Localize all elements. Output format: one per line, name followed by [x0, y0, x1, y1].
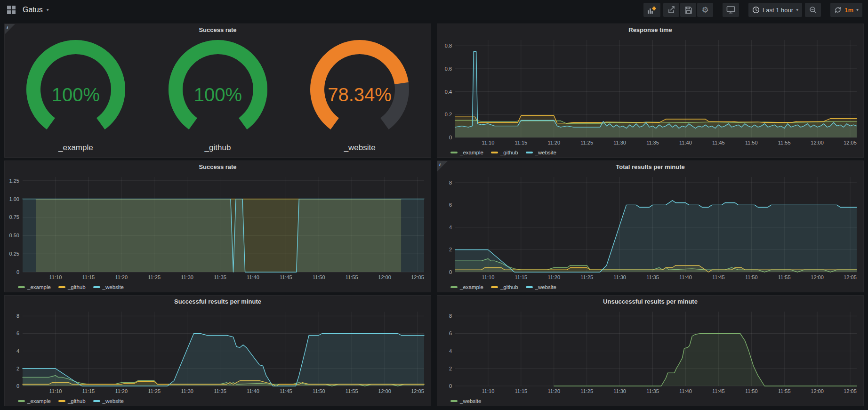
graph-legend: _example_github_website — [5, 282, 431, 292]
gauge-_github: 100%_github — [147, 36, 289, 156]
panel-title[interactable]: Success rate — [5, 24, 431, 35]
legend-series-color — [93, 286, 100, 288]
graph-plot-area[interactable]: 0246811:1011:1511:2011:2511:3011:3511:40… — [437, 172, 863, 282]
svg-text:11:40: 11:40 — [247, 388, 259, 394]
legend-series-color — [450, 286, 458, 288]
svg-text:0.50: 0.50 — [9, 233, 19, 238]
gauge-_website: 78.34%_website — [289, 36, 431, 156]
graph-legend: _example_github_website — [437, 148, 863, 157]
legend-item-_example[interactable]: _example — [18, 284, 51, 290]
panel-info-corner[interactable]: i — [437, 161, 448, 171]
panel-total-results: Total results per minute 0246811:1011:15… — [437, 161, 864, 292]
svg-text:6: 6 — [449, 202, 452, 208]
legend-item-_github[interactable]: _github — [58, 284, 86, 290]
legend-item-_website[interactable]: _website — [450, 398, 481, 404]
legend-series-color — [450, 152, 458, 153]
time-range-label: Last 1 hour — [763, 7, 793, 14]
legend-item-_website[interactable]: _website — [526, 150, 556, 155]
legend-item-_website[interactable]: _website — [526, 284, 556, 290]
gear-icon: ⚙ — [701, 6, 708, 14]
legend-item-_github[interactable]: _github — [491, 284, 518, 290]
panel-title[interactable]: Successful results per minute — [5, 296, 431, 307]
gauge-arc: 100% — [147, 36, 289, 142]
graph-plot-area[interactable]: 0246811:1011:1511:2011:2511:3011:3511:40… — [5, 307, 431, 396]
legend-item-_website[interactable]: _website — [93, 398, 124, 404]
graph-legend: _example_github_website — [5, 396, 431, 406]
clock-icon — [752, 6, 760, 14]
legend-item-_website[interactable]: _website — [93, 284, 124, 290]
legend-series-name: _example — [27, 398, 51, 404]
svg-text:0.25: 0.25 — [9, 251, 19, 257]
svg-text:0.4: 0.4 — [445, 89, 452, 95]
svg-text:11:55: 11:55 — [778, 388, 791, 394]
save-button[interactable] — [680, 3, 696, 17]
svg-text:0: 0 — [449, 383, 452, 389]
svg-text:0.2: 0.2 — [445, 112, 452, 117]
svg-text:11:10: 11:10 — [482, 274, 495, 280]
panel-title[interactable]: Unsuccessful results per minute — [437, 296, 863, 307]
panel-info-corner[interactable]: i — [5, 24, 15, 34]
settings-button[interactable]: ⚙ — [697, 3, 713, 17]
svg-text:8: 8 — [449, 313, 452, 319]
svg-text:12:00: 12:00 — [378, 274, 391, 280]
svg-text:11:20: 11:20 — [547, 274, 560, 280]
chevron-down-icon: ▾ — [47, 8, 49, 12]
legend-series-color — [526, 286, 533, 288]
svg-text:11:10: 11:10 — [482, 388, 495, 394]
graph-plot-area[interactable]: 00.250.500.751.001.2511:1011:1511:2011:2… — [5, 172, 431, 282]
legend-series-color — [491, 286, 498, 288]
svg-text:8: 8 — [449, 180, 452, 185]
legend-series-name: _website — [103, 284, 124, 290]
gauges-body: 100%_example100%_github78.34%_website — [5, 35, 431, 157]
svg-text:12:00: 12:00 — [811, 388, 824, 394]
legend-item-_example[interactable]: _example — [450, 150, 483, 155]
legend-series-name: _github — [68, 284, 86, 290]
panel-title[interactable]: Response time — [437, 24, 863, 35]
panel-title[interactable]: Total results per minute — [437, 161, 863, 172]
svg-text:11:30: 11:30 — [613, 140, 626, 145]
legend-item-_example[interactable]: _example — [450, 284, 483, 290]
legend-series-name: _github — [500, 284, 518, 290]
add-panel-button[interactable] — [643, 3, 660, 17]
legend-item-_github[interactable]: _github — [58, 398, 86, 404]
svg-text:11:45: 11:45 — [712, 274, 725, 280]
svg-text:11:20: 11:20 — [115, 388, 128, 394]
navbar: Gatus ▾ — [0, 0, 868, 20]
svg-text:11:50: 11:50 — [313, 388, 325, 394]
cycle-view-button[interactable] — [723, 3, 739, 17]
svg-text:11:10: 11:10 — [49, 388, 62, 394]
svg-text:11:15: 11:15 — [82, 388, 95, 394]
svg-text:0: 0 — [16, 383, 19, 389]
zoom-out-button[interactable] — [805, 3, 821, 17]
svg-text:11:45: 11:45 — [280, 274, 292, 280]
svg-text:11:20: 11:20 — [547, 388, 560, 394]
dashboard-title-dropdown[interactable]: Gatus ▾ — [23, 6, 49, 14]
svg-text:11:35: 11:35 — [214, 274, 226, 280]
svg-text:11:15: 11:15 — [514, 140, 527, 145]
svg-text:1.00: 1.00 — [9, 196, 19, 202]
panel-title[interactable]: Success rate — [5, 161, 431, 172]
panel-response-time: Response time 00.20.40.60.811:1011:1511:… — [437, 24, 864, 158]
dashboards-grid-icon[interactable] — [6, 4, 17, 16]
gauge-arc: 100% — [5, 36, 146, 142]
legend-item-_github[interactable]: _github — [491, 150, 518, 155]
refresh-button[interactable]: 1m ▾ — [830, 3, 862, 17]
svg-text:11:45: 11:45 — [280, 388, 292, 394]
monitor-icon — [726, 6, 735, 14]
svg-text:0: 0 — [16, 269, 19, 275]
grafana-app: Gatus ▾ — [0, 0, 868, 410]
svg-text:11:50: 11:50 — [745, 140, 758, 145]
svg-text:12:05: 12:05 — [844, 274, 857, 280]
graph-plot-area[interactable]: 0246811:1011:1511:2011:2511:3011:3511:40… — [437, 307, 863, 396]
svg-text:11:40: 11:40 — [679, 140, 692, 145]
legend-item-_example[interactable]: _example — [18, 398, 51, 404]
svg-text:11:25: 11:25 — [580, 388, 593, 394]
legend-series-color — [450, 400, 458, 402]
svg-text:12:05: 12:05 — [844, 140, 857, 145]
graph-plot-area[interactable]: 00.20.40.60.811:1011:1511:2011:2511:3011… — [437, 35, 863, 148]
svg-text:11:35: 11:35 — [646, 388, 659, 394]
time-range-button[interactable]: Last 1 hour ▾ — [748, 3, 802, 17]
gauges-row: 100%_example100%_github78.34%_website — [5, 35, 431, 158]
chevron-down-icon: ▾ — [796, 8, 798, 12]
share-button[interactable] — [663, 3, 679, 17]
